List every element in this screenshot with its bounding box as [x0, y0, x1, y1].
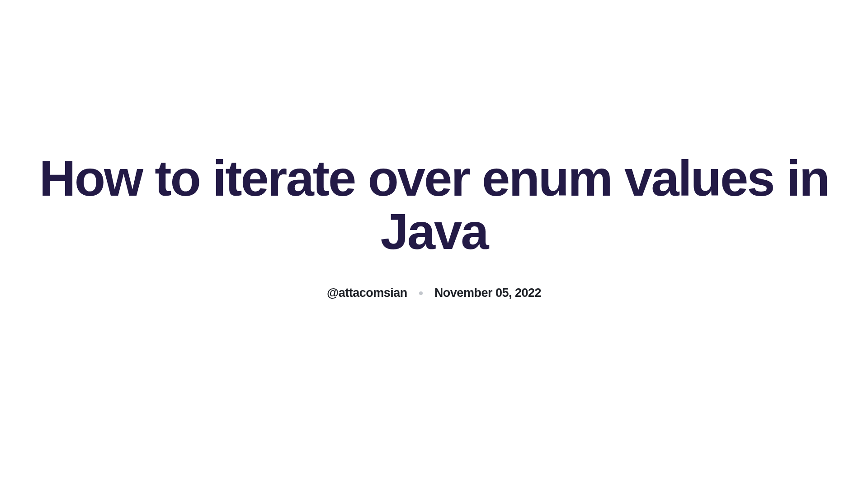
author-handle: @attacomsian [327, 286, 407, 300]
article-meta: @attacomsian November 05, 2022 [327, 286, 541, 300]
publish-date: November 05, 2022 [434, 286, 541, 300]
article-header: How to iterate over enum values in Java … [0, 152, 868, 300]
article-title: How to iterate over enum values in Java [0, 152, 868, 258]
separator-dot-icon [419, 291, 423, 295]
